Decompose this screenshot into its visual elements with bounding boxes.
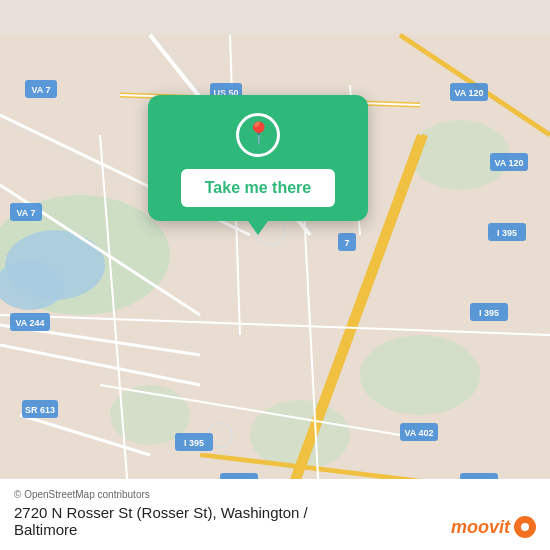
moovit-dot-inner (521, 523, 529, 531)
svg-text:VA 402: VA 402 (404, 428, 433, 438)
address-text: 2720 N Rosser St (Rosser St), Washington… (14, 504, 308, 521)
svg-text:SR 613: SR 613 (25, 405, 55, 415)
moovit-logo: moovit (451, 516, 536, 538)
map-background: VA 7 US 50 VA 120 VA 7 I 395 VA 120 VA 2… (0, 0, 550, 550)
map-container: VA 7 US 50 VA 120 VA 7 I 395 VA 120 VA 2… (0, 0, 550, 550)
city-text: Baltimore (14, 521, 77, 538)
svg-text:I 395: I 395 (479, 308, 499, 318)
svg-text:VA 120: VA 120 (494, 158, 523, 168)
copyright-line: © OpenStreetMap contributors (14, 489, 536, 500)
moovit-dot-icon (514, 516, 536, 538)
svg-text:VA 7: VA 7 (16, 208, 35, 218)
take-me-there-button[interactable]: Take me there (181, 169, 335, 207)
popup-card: 📍 Take me there (148, 95, 368, 221)
svg-text:VA 7: VA 7 (31, 85, 50, 95)
moovit-text: moovit (451, 517, 510, 538)
svg-text:I 395: I 395 (497, 228, 517, 238)
svg-text:7: 7 (344, 238, 349, 248)
copyright-text: © OpenStreetMap contributors (14, 489, 150, 500)
svg-point-2 (360, 335, 480, 415)
bottom-bar: © OpenStreetMap contributors 2720 N Ross… (0, 479, 550, 550)
location-pin-icon: 📍 (245, 123, 272, 145)
location-icon-circle: 📍 (236, 113, 280, 157)
svg-text:VA 244: VA 244 (15, 318, 44, 328)
svg-text:I 395: I 395 (184, 438, 204, 448)
svg-text:VA 120: VA 120 (454, 88, 483, 98)
